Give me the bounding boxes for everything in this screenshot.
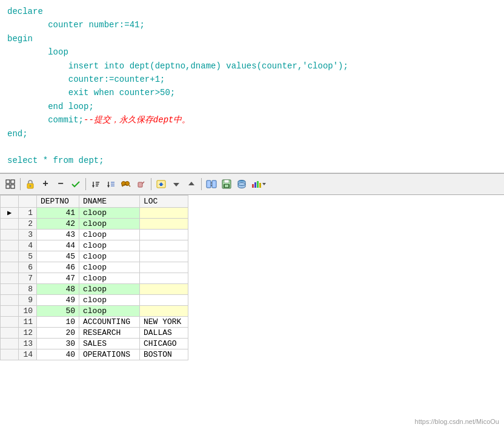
toolbar-separator-2 <box>85 178 86 190</box>
svg-marker-7 <box>92 185 94 188</box>
table-row[interactable]: 646cloop <box>1 262 188 273</box>
cell-deptno: 20 <box>37 327 79 338</box>
svg-point-5 <box>30 185 31 187</box>
table-row[interactable]: 848cloop <box>1 283 188 294</box>
cell-dname: cloop <box>79 207 140 218</box>
cell-dname: cloop <box>79 218 140 229</box>
table-row[interactable]: ▶141cloop <box>1 207 188 218</box>
svg-rect-28 <box>212 180 216 188</box>
row-number: 9 <box>19 294 37 305</box>
import-icon[interactable] <box>154 177 168 191</box>
col-header-deptno[interactable]: DEPTNO <box>37 195 79 207</box>
cell-dname: SALES <box>79 338 140 349</box>
row-arrow <box>1 283 19 294</box>
table-row[interactable]: 1050cloop <box>1 305 188 316</box>
cell-deptno: 44 <box>37 240 79 251</box>
svg-marker-41 <box>262 183 266 185</box>
table-area: DEPTNO DNAME LOC ▶141cloop242cloop343clo… <box>0 195 504 360</box>
db-icon[interactable] <box>235 177 248 191</box>
row-number: 12 <box>19 327 37 338</box>
cell-dname: cloop <box>79 229 140 240</box>
check-icon[interactable] <box>69 177 82 191</box>
grid-icon[interactable] <box>4 177 17 191</box>
table-row[interactable]: 747cloop <box>1 273 188 283</box>
row-arrow <box>1 262 19 273</box>
code-line-3: begin <box>7 32 497 45</box>
row-arrow <box>1 338 19 349</box>
cell-loc <box>140 251 188 262</box>
cell-dname: cloop <box>79 283 140 294</box>
cell-loc: NEW YORK <box>140 316 188 327</box>
row-number: 2 <box>19 218 37 229</box>
toolbar: + − <box>0 173 504 195</box>
cell-dname: cloop <box>79 251 140 262</box>
table-row[interactable]: 444cloop <box>1 240 188 251</box>
cell-deptno: 42 <box>37 218 79 229</box>
cell-deptno: 47 <box>37 273 79 283</box>
cell-dname: cloop <box>79 305 140 316</box>
cell-deptno: 40 <box>37 349 79 360</box>
table-row[interactable]: 1440OPERATIONSBOSTON <box>1 349 188 360</box>
row-arrow <box>1 251 19 262</box>
cell-loc: CHICAGO <box>140 338 188 349</box>
svg-rect-0 <box>6 180 10 184</box>
lock-icon[interactable] <box>24 177 37 191</box>
code-line-1: declare <box>7 5 497 18</box>
cell-loc <box>140 218 188 229</box>
col-header-dname[interactable]: DNAME <box>79 195 140 207</box>
sort-down-all-icon[interactable] <box>104 177 118 191</box>
svg-rect-40 <box>259 183 261 188</box>
svg-rect-39 <box>257 181 259 188</box>
code-line-12: select * from dept; <box>7 154 497 167</box>
transfer-icon[interactable] <box>205 177 218 191</box>
cell-deptno: 41 <box>37 207 79 218</box>
code-line-5: insert into dept(deptno,dname) values(co… <box>7 59 497 73</box>
table-row[interactable]: 545cloop <box>1 251 188 262</box>
cell-deptno: 49 <box>37 294 79 305</box>
cell-deptno: 50 <box>37 305 79 316</box>
minus-icon[interactable]: − <box>54 177 67 191</box>
code-area: declare counter number:=41; begin loop i… <box>0 0 504 173</box>
svg-line-19 <box>129 185 130 187</box>
svg-rect-21 <box>138 182 142 187</box>
svg-rect-1 <box>11 180 15 184</box>
code-line-9: commit;--提交，永久保存dept中。 <box>7 113 497 127</box>
table-row[interactable]: 949cloop <box>1 294 188 305</box>
table-row[interactable]: 1330SALESCHICAGO <box>1 338 188 349</box>
svg-marker-26 <box>188 182 194 185</box>
cell-loc <box>140 273 188 283</box>
arrow-down-icon[interactable] <box>170 177 183 191</box>
cell-loc: BOSTON <box>140 349 188 360</box>
cell-loc <box>140 229 188 240</box>
col-header-loc[interactable]: LOC <box>140 195 188 207</box>
col-header-rownum <box>19 195 37 207</box>
row-arrow <box>1 229 19 240</box>
sort-down-icon[interactable] <box>89 177 102 191</box>
row-number: 1 <box>19 207 37 218</box>
svg-rect-37 <box>252 184 254 188</box>
table-body: ▶141cloop242cloop343cloop444cloop545cloo… <box>1 207 188 360</box>
row-number: 8 <box>19 283 37 294</box>
cell-deptno: 30 <box>37 338 79 349</box>
code-line-8: end loop; <box>7 100 497 113</box>
cell-deptno: 48 <box>37 283 79 294</box>
search-icon[interactable] <box>119 177 133 191</box>
table-row[interactable]: 343cloop <box>1 229 188 240</box>
toolbar-separator-3 <box>151 178 151 190</box>
svg-rect-3 <box>11 185 15 188</box>
save-icon[interactable] <box>220 177 233 191</box>
cell-loc <box>140 262 188 273</box>
row-number: 5 <box>19 251 37 262</box>
table-row[interactable]: 1110ACCOUNTINGNEW YORK <box>1 316 188 327</box>
table-row[interactable]: 242cloop <box>1 218 188 229</box>
row-number: 6 <box>19 262 37 273</box>
row-arrow <box>1 218 19 229</box>
arrow-up-icon[interactable] <box>185 177 198 191</box>
add-icon[interactable]: + <box>39 177 52 191</box>
row-number: 4 <box>19 240 37 251</box>
clear-icon[interactable] <box>134 177 148 191</box>
chart-icon[interactable] <box>250 177 267 191</box>
row-number: 14 <box>19 349 37 360</box>
cell-loc <box>140 305 188 316</box>
table-row[interactable]: 1220RESEARCHDALLAS <box>1 327 188 338</box>
